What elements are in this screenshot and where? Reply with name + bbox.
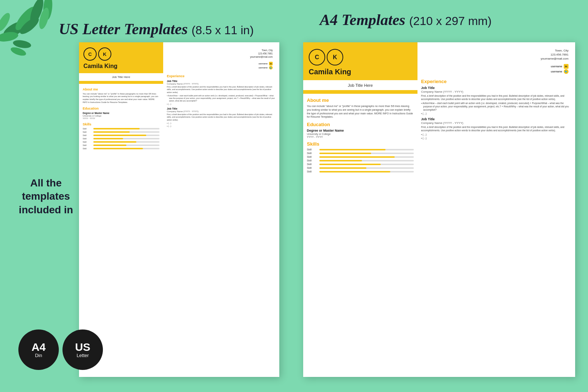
a4-about-text: You can include "about me" or "profile" …: [307, 104, 414, 119]
resume-content: C K Camila King Job Title Here About me …: [79, 42, 279, 377]
skill-bar-fill: [93, 148, 143, 149]
a4-resume: C K Camila King Job Title Here About me …: [303, 42, 575, 377]
circle-left: C: [83, 47, 97, 61]
exp-desc: First, a brief description of the positi…: [167, 113, 276, 121]
skill-row: Skill: [307, 159, 414, 162]
skill-bar-bg: [319, 153, 414, 154]
contact-info: Town, City 123.456.7891 yourname@mail.co…: [167, 45, 276, 60]
contact-location: Town, City: [170, 49, 273, 51]
badge-us-sub: Letter: [76, 353, 89, 358]
a4-logo-circles: C K: [309, 49, 412, 65]
skill-label: Skill: [307, 156, 318, 158]
experience-item: Job Title Company Name (YYYY - YYYY) Fir…: [167, 80, 276, 106]
skill-bar-bg: [93, 145, 159, 146]
skill-row: Skill: [83, 141, 159, 143]
skill-row: Skill: [83, 131, 159, 133]
a4-circle-right: K: [327, 49, 343, 65]
exp-company: Company Name (YYYY - YYYY): [421, 90, 571, 93]
a4-edu-degree: Degree or Master Name: [307, 129, 414, 132]
skill-bar-fill: [319, 153, 371, 154]
skill-bar-bg: [319, 164, 414, 165]
skill-bar-bg: [93, 135, 159, 136]
skill-label: Skill: [83, 131, 92, 133]
a4-edu-years: YYYY - YYYY: [307, 136, 414, 138]
plant-decoration: [0, 0, 81, 66]
skill-row: Skill: [307, 152, 414, 154]
skill-row: Skill: [307, 163, 414, 165]
skill-row: Skill: [307, 170, 414, 173]
skill-label: Skill: [307, 170, 318, 173]
skill-bar-fill: [93, 128, 140, 129]
skill-bar-bg: [93, 128, 159, 129]
skills-list: Skill Skill Skill Skill Skill: [83, 128, 159, 150]
a4-contact-phone: 123.456.7891: [424, 53, 569, 56]
resume-name: Camila King: [83, 63, 159, 70]
a4-contact-location: Town, City: [424, 49, 569, 52]
skill-label: Skill: [83, 147, 92, 150]
social-links: username in username 🐦: [167, 60, 276, 71]
skill-bar-bg: [319, 160, 414, 161]
skill-bar-bg: [319, 171, 414, 172]
twitter-icon: 🐦: [269, 66, 273, 70]
a4-header: C K Camila King: [303, 42, 417, 80]
a4-contact-info: Town, City 123.456.7891 yourname@mail.co…: [421, 45, 571, 63]
badge-a4-main: A4: [32, 342, 46, 353]
bullet-point: • Action/How – start each bullet point w…: [421, 101, 571, 111]
bullet-point: • (…): [421, 136, 571, 140]
exp-job-title: Job Title: [421, 117, 571, 121]
a4-linkedin-row: username in: [424, 64, 569, 69]
linkedin-icon: in: [269, 62, 273, 65]
skill-row: Skill: [83, 147, 159, 150]
contact-phone: 123.456.7891: [170, 52, 273, 55]
skill-row: Skill: [307, 148, 414, 151]
tagline-line1: All the: [11, 177, 81, 190]
skill-label: Skill: [83, 144, 92, 146]
a4-contact-email: yourname@mail.com: [424, 57, 569, 60]
skill-row: Skill: [307, 167, 414, 169]
bullet-point: • (…): [421, 112, 571, 115]
skill-label: Skill: [83, 141, 92, 143]
about-title: About me: [83, 88, 159, 91]
left-sections: About me You can include "about me" or "…: [79, 85, 163, 151]
skill-bar-fill: [93, 135, 146, 136]
a4-linkedin-username: username: [551, 65, 562, 68]
a4-left-sections: About me You can include "about me" or "…: [303, 95, 417, 174]
experience-list: Job Title Company Name (YYYY - YYYY) Fir…: [167, 80, 276, 128]
a4-title-size: (210 x 297 mm): [409, 14, 492, 28]
a4-twitter-username: username: [551, 70, 562, 73]
exp-company: Company Name (YYYY - YYYY): [421, 121, 571, 125]
a4-resume-content: C K Camila King Job Title Here About me …: [303, 42, 575, 377]
skill-bar-bg: [319, 156, 414, 158]
a4-social-links: username in username 🐦: [421, 63, 571, 76]
edu-years: YYYY - YYYY: [83, 117, 159, 120]
skill-label: Skill: [83, 128, 92, 130]
bullet-point: • (…): [167, 122, 276, 125]
skill-bar-fill: [319, 167, 366, 169]
skill-bar-fill: [93, 138, 123, 139]
skill-bar-fill: [319, 156, 395, 158]
skill-label: Skill: [307, 163, 318, 165]
circle-right: K: [98, 47, 111, 61]
exp-job-title: Job Title: [421, 86, 571, 90]
skill-label: Skill: [83, 138, 92, 140]
left-tagline: All the templates included in: [11, 177, 81, 217]
yellow-divider: [79, 81, 163, 84]
exp-desc: First, a brief description of the positi…: [167, 86, 276, 94]
linkedin-row: username in: [170, 62, 273, 65]
us-letter-title: US Letter Templates (8.5 x 11 in): [59, 20, 254, 38]
badge-a4: A4 Din: [18, 329, 59, 370]
tagline-line2: templates: [11, 190, 81, 203]
logo-circles: C K: [83, 47, 159, 61]
experience-item: Job Title Company Name (YYYY - YYYY) Fir…: [421, 86, 571, 115]
bullet-point: • (…): [167, 103, 276, 106]
a4-title-handwritten: A4 Templates: [320, 11, 405, 28]
tagline-line3: included in: [11, 203, 81, 217]
skill-bar-bg: [93, 138, 159, 139]
skill-label: Skill: [307, 152, 318, 154]
skill-bar-bg: [93, 148, 159, 149]
a4-skills-list: Skill Skill Skill Skill Skill: [307, 148, 414, 173]
badge-us-main: US: [75, 342, 90, 353]
us-letter-title-size: (8.5 x 11 in): [191, 24, 254, 37]
bullet-point: • Action/How – start each bullet point w…: [167, 95, 276, 103]
a4-twitter-icon: 🐦: [564, 69, 569, 74]
